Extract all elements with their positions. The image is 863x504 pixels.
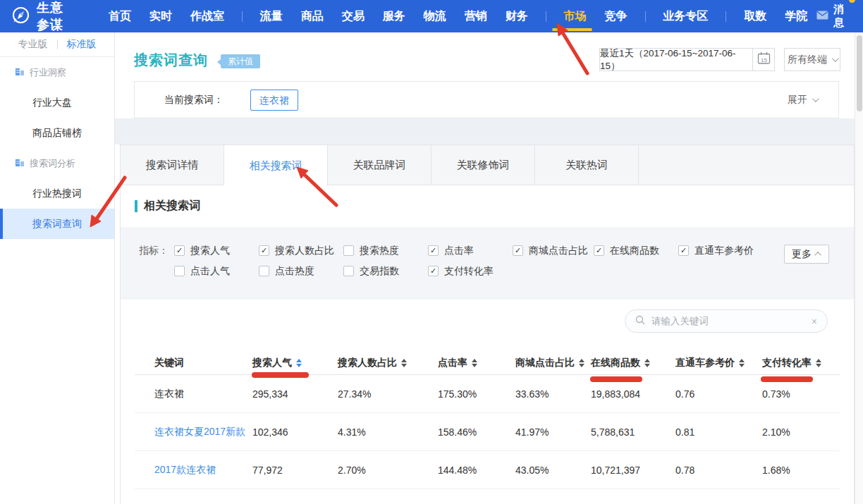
col-header-search-popularity[interactable]: 搜索人气 xyxy=(252,357,338,369)
unread-dot-badge xyxy=(849,0,855,3)
metric-checkbox-mall-click-ratio[interactable]: 商城点击占比 xyxy=(513,245,594,257)
metrics-row-2: 点击人气 点击热度 交易指数 支付转化率 xyxy=(139,262,854,281)
terminal-value: 所有终端 xyxy=(788,54,827,66)
cell-value: 2.70% xyxy=(338,465,438,476)
nav-item-logistics[interactable]: 物流 xyxy=(424,0,446,32)
calendar-button[interactable]: 15 xyxy=(752,48,775,71)
nav-item-academy[interactable]: 学院 xyxy=(785,0,807,32)
nav-item-data-extract[interactable]: 取数 xyxy=(744,0,766,32)
nav-item-realtime[interactable]: 实时 xyxy=(149,0,172,32)
col-header-payment-conversion[interactable]: 支付转化率 xyxy=(762,357,840,369)
cell-keyword-link[interactable]: 连衣裙女夏2017新款 xyxy=(154,426,252,438)
metric-checkbox-payment-conversion[interactable]: 支付转化率 xyxy=(428,265,513,278)
checkbox-icon[interactable] xyxy=(174,245,185,256)
col-header-mall-click-ratio[interactable]: 商城点击占比 xyxy=(515,357,591,369)
metric-checkbox-click-popularity[interactable]: 点击人气 xyxy=(174,265,259,278)
nav-item-competition[interactable]: 竞争 xyxy=(605,0,628,32)
nav-item-war-room[interactable]: 作战室 xyxy=(190,0,224,32)
checkbox-icon[interactable] xyxy=(678,245,689,256)
metric-label: 点击热度 xyxy=(275,265,314,278)
col-header-click-rate[interactable]: 点击率 xyxy=(438,357,515,369)
version-tab-pro[interactable]: 专业版 xyxy=(18,38,48,51)
metric-checkbox-search-heat[interactable]: 搜索热度 xyxy=(343,245,428,257)
metric-checkbox-trade-index[interactable]: 交易指数 xyxy=(343,265,428,278)
sidebar-item-product-shop-rank[interactable]: 商品店铺榜 xyxy=(0,118,114,148)
version-switcher: 专业版 标准版 xyxy=(0,32,114,57)
checkbox-icon[interactable] xyxy=(259,266,269,276)
checkbox-icon[interactable] xyxy=(513,245,523,256)
sidebar-item-industry-hot-words[interactable]: 行业热搜词 xyxy=(0,178,114,209)
clear-icon[interactable]: × xyxy=(812,316,817,326)
nav-item-home[interactable]: 首页 xyxy=(109,0,131,32)
date-range-picker[interactable]: 最近1天（2017-06-15~2017-06-15） xyxy=(599,48,753,71)
nav-item-trade[interactable]: 交易 xyxy=(342,0,365,32)
sort-icon[interactable] xyxy=(472,359,477,367)
checkbox-icon[interactable] xyxy=(428,245,439,256)
date-range-text: 最近1天（2017-06-15~2017-06-15） xyxy=(600,47,752,73)
nav-item-traffic[interactable]: 流量 xyxy=(260,0,283,32)
current-keyword-chip[interactable]: 连衣裙 xyxy=(250,90,298,111)
keyword-search-input[interactable]: 请输入关键词 × xyxy=(625,309,828,333)
sort-icon[interactable] xyxy=(739,359,745,367)
checkbox-icon[interactable] xyxy=(343,245,354,256)
table-row: 连衣裙 295,334 27.34% 175.30% 33.63% 19,883… xyxy=(135,375,840,413)
cell-value: 27.34% xyxy=(338,388,438,400)
tab-related-hot-words[interactable]: 关联热词 xyxy=(535,145,639,185)
page-scrollbar[interactable] xyxy=(855,32,863,504)
nav-item-market[interactable]: 市场 xyxy=(564,0,587,32)
tab-related-brand-words[interactable]: 关联品牌词 xyxy=(328,145,432,185)
sidebar-group-label: 行业洞察 xyxy=(30,66,66,79)
scrollbar-thumb[interactable] xyxy=(857,35,862,111)
col-header-online-products[interactable]: 在线商品数 xyxy=(591,357,675,369)
app-logo[interactable]: 生意参谋 xyxy=(11,0,75,33)
table-row: 连衣裙女夏2017新款 102,346 4.31% 158.46% 41.97%… xyxy=(135,413,840,451)
sort-icon[interactable] xyxy=(816,359,821,367)
nav-item-service[interactable]: 服务 xyxy=(383,0,405,32)
tab-related-search-words[interactable]: 相关搜索词 xyxy=(224,145,328,186)
metrics-filter-panel: 指标： 搜索人气 搜索人数占比 搜索热度 点击率 xyxy=(121,227,854,300)
metric-checkbox-ztc-ref-price[interactable]: 直通车参考价 xyxy=(678,245,770,257)
col-header-ztc-ref-price[interactable]: 直通车参考价 xyxy=(675,357,762,369)
tab-search-word-detail[interactable]: 搜索词详情 xyxy=(121,145,224,185)
checkbox-icon[interactable] xyxy=(594,245,604,256)
terminal-select[interactable]: 所有终端 xyxy=(784,48,840,71)
sort-icon[interactable] xyxy=(644,359,650,367)
sidebar-item-industry-overview[interactable]: 行业大盘 xyxy=(0,87,114,118)
sort-icon[interactable] xyxy=(296,359,302,367)
metric-checkbox-click-heat[interactable]: 点击热度 xyxy=(259,265,343,278)
metric-checkbox-searcher-ratio[interactable]: 搜索人数占比 xyxy=(259,245,343,257)
chevron-down-icon xyxy=(812,95,819,102)
metric-checkbox-click-rate[interactable]: 点击率 xyxy=(428,245,513,257)
nav-item-marketing[interactable]: 营销 xyxy=(465,0,487,32)
sidebar-group-search-word-analysis: 搜索词分析 xyxy=(0,148,114,178)
expand-toggle[interactable]: 展开 xyxy=(788,94,817,106)
checkbox-icon[interactable] xyxy=(428,266,439,276)
cell-value: 77,972 xyxy=(252,465,338,476)
section-accent-bar xyxy=(135,200,137,212)
more-button[interactable]: 更多 xyxy=(784,245,829,264)
metric-checkbox-online-products[interactable]: 在线商品数 xyxy=(594,245,678,257)
nav-item-business-zone[interactable]: 业务专区 xyxy=(663,0,708,32)
building-icon xyxy=(15,157,25,169)
version-divider xyxy=(57,39,58,49)
version-tab-standard[interactable]: 标准版 xyxy=(67,38,97,51)
sort-icon[interactable] xyxy=(401,359,407,367)
cell-value: 158.46% xyxy=(438,426,515,438)
cell-value: 2.10% xyxy=(762,426,840,438)
messages-entry[interactable]: 消息 xyxy=(816,3,852,30)
checkbox-icon[interactable] xyxy=(174,266,185,276)
tab-related-modifier-words[interactable]: 关联修饰词 xyxy=(432,145,535,185)
nav-item-product[interactable]: 商品 xyxy=(301,0,324,32)
sort-icon[interactable] xyxy=(579,359,584,367)
nav-item-finance[interactable]: 财务 xyxy=(506,0,528,32)
col-header-searcher-ratio[interactable]: 搜索人数占比 xyxy=(338,357,438,369)
checkbox-icon[interactable] xyxy=(343,266,354,276)
section-header: 相关搜索词 xyxy=(121,185,854,227)
more-label: 更多 xyxy=(792,248,812,261)
checkbox-icon[interactable] xyxy=(259,245,269,256)
cell-value: 5,788,631 xyxy=(591,426,675,438)
cell-value: 41.97% xyxy=(515,426,591,438)
sidebar-item-search-word-query[interactable]: 搜索词查询 xyxy=(0,209,114,239)
cell-keyword-link[interactable]: 2017款连衣裙 xyxy=(154,464,252,477)
metric-checkbox-search-popularity[interactable]: 搜索人气 xyxy=(174,245,259,257)
